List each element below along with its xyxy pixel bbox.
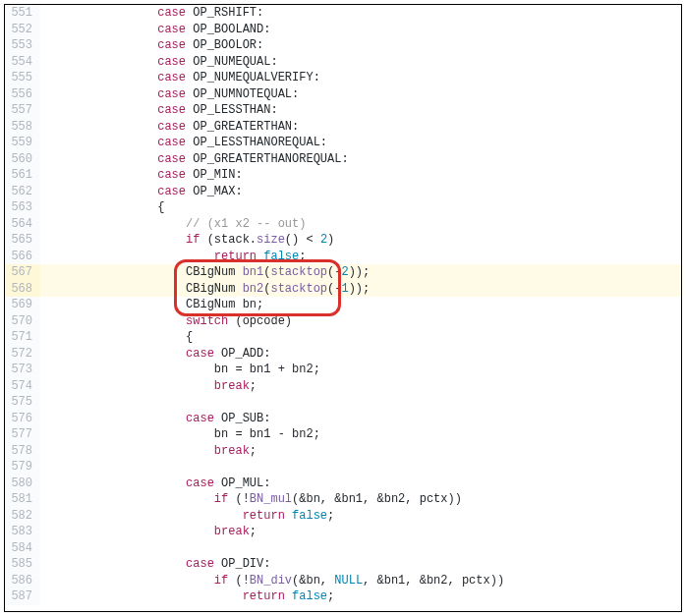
line-number: 575 — [5, 394, 40, 411]
code-line[interactable]: 581 if (!BN_mul(&bn, &bn1, &bn2, pctx)) — [5, 491, 681, 508]
line-number: 577 — [5, 426, 40, 443]
line-number: 581 — [5, 491, 40, 508]
code-content[interactable]: return false; — [40, 249, 681, 265]
code-line[interactable]: 575 — [5, 394, 681, 411]
line-number: 570 — [5, 313, 40, 330]
code-content[interactable]: case OP_GREATERTHANOREQUAL: — [40, 151, 681, 168]
code-content[interactable]: case OP_NUMEQUALVERIFY: — [40, 70, 681, 86]
code-content[interactable]: break; — [40, 524, 681, 540]
code-line[interactable]: 583 break; — [5, 524, 681, 540]
code-content[interactable]: CBigNum bn2(stacktop(-1)); — [40, 281, 681, 298]
code-content[interactable]: CBigNum bn1(stacktop(-2)); — [40, 264, 681, 281]
code-line[interactable]: 584 — [5, 540, 681, 557]
token-kw: case — [157, 71, 186, 84]
line-number: 574 — [5, 378, 40, 395]
token-kw: case — [186, 347, 214, 361]
code-line[interactable]: 585 case OP_DIV: — [5, 556, 681, 573]
code-line[interactable]: 558 case OP_GREATERTHAN: — [5, 119, 681, 136]
code-line[interactable]: 587 return false; — [5, 588, 681, 605]
code-content[interactable]: return false; — [40, 588, 681, 605]
code-content[interactable]: bn = bn1 - bn2; — [40, 426, 681, 443]
code-line[interactable]: 559 case OP_LESSTHANOREQUAL: — [5, 135, 681, 151]
code-content[interactable]: { — [40, 329, 681, 346]
code-line[interactable]: 566 return false; — [5, 249, 681, 265]
token-kw: case — [186, 476, 214, 490]
line-number: 587 — [5, 588, 40, 605]
line-number: 559 — [5, 135, 40, 151]
code-line[interactable]: 573 bn = bn1 + bn2; — [5, 362, 681, 378]
code-line[interactable]: 572 case OP_ADD: — [5, 346, 681, 363]
code-content[interactable]: case OP_NUMEQUAL: — [40, 54, 681, 71]
code-line[interactable]: 576 case OP_SUB: — [5, 411, 681, 427]
code-content[interactable]: return false; — [40, 508, 681, 525]
code-content[interactable]: switch (opcode) — [40, 313, 681, 330]
token-num: 2 — [341, 265, 348, 279]
line-number: 552 — [5, 22, 40, 38]
token-fn: BN_div — [250, 574, 292, 588]
code-content[interactable]: if (stack.size() < 2) — [40, 232, 681, 249]
line-number: 576 — [5, 411, 40, 427]
code-line[interactable]: 580 case OP_MUL: — [5, 476, 681, 492]
code-line[interactable]: 571 { — [5, 329, 681, 346]
code-line[interactable]: 579 — [5, 459, 681, 476]
code-line[interactable]: 569 CBigNum bn; — [5, 297, 681, 313]
code-content[interactable]: case OP_MIN: — [40, 167, 681, 184]
code-line[interactable]: 551 case OP_RSHIFT: — [5, 5, 681, 22]
code-viewer[interactable]: 551 case OP_RSHIFT:552 case OP_BOOLAND:5… — [4, 4, 682, 612]
line-number: 558 — [5, 119, 40, 136]
code-content[interactable]: case OP_LESSTHANOREQUAL: — [40, 135, 681, 151]
token-bool: false — [263, 250, 299, 263]
code-line[interactable]: 562 case OP_MAX: — [5, 184, 681, 200]
code-content[interactable]: case OP_BOOLOR: — [40, 37, 681, 54]
code-line[interactable]: 556 case OP_NUMNOTEQUAL: — [5, 86, 681, 103]
code-content[interactable]: break; — [40, 378, 681, 395]
code-content[interactable]: case OP_DIV: — [40, 556, 681, 573]
code-content[interactable]: case OP_BOOLAND: — [40, 22, 681, 38]
code-line[interactable]: 586 if (!BN_div(&bn, NULL, &bn1, &bn2, p… — [5, 573, 681, 589]
code-content[interactable]: if (!BN_mul(&bn, &bn1, &bn2, pctx)) — [40, 491, 681, 508]
code-line[interactable]: 582 return false; — [5, 508, 681, 525]
code-content[interactable]: if (!BN_div(&bn, NULL, &bn1, &bn2, pctx)… — [40, 573, 681, 589]
code-line[interactable]: 564 // (x1 x2 -- out) — [5, 216, 681, 233]
code-line[interactable]: 567 CBigNum bn1(stacktop(-2)); — [5, 264, 681, 281]
code-line[interactable]: 560 case OP_GREATERTHANOREQUAL: — [5, 151, 681, 168]
code-line[interactable]: 552 case OP_BOOLAND: — [5, 22, 681, 38]
line-number: 564 — [5, 216, 40, 233]
code-content[interactable]: CBigNum bn; — [40, 297, 681, 313]
line-number: 573 — [5, 362, 40, 378]
code-line[interactable]: 563 { — [5, 199, 681, 216]
code-line[interactable]: 557 case OP_LESSTHAN: — [5, 102, 681, 119]
code-content[interactable]: bn = bn1 + bn2; — [40, 362, 681, 378]
code-line[interactable]: 565 if (stack.size() < 2) — [5, 232, 681, 249]
code-content[interactable]: // (x1 x2 -- out) — [40, 216, 681, 233]
code-content[interactable]: case OP_SUB: — [40, 411, 681, 427]
code-content[interactable]: case OP_RSHIFT: — [40, 5, 681, 22]
code-line[interactable]: 555 case OP_NUMEQUALVERIFY: — [5, 70, 681, 86]
code-content[interactable]: case OP_ADD: — [40, 346, 681, 363]
code-line[interactable]: 554 case OP_NUMEQUAL: — [5, 54, 681, 71]
code-content[interactable]: case OP_NUMNOTEQUAL: — [40, 86, 681, 103]
token-kw: case — [157, 136, 186, 149]
code-content[interactable]: case OP_MAX: — [40, 184, 681, 200]
code-content[interactable]: case OP_GREATERTHAN: — [40, 119, 681, 136]
code-line[interactable]: 574 break; — [5, 378, 681, 395]
token-kw: case — [157, 103, 186, 117]
token-num: 1 — [341, 282, 348, 296]
line-number: 571 — [5, 329, 40, 346]
code-line[interactable]: 578 break; — [5, 443, 681, 460]
line-number: 584 — [5, 540, 40, 557]
code-content[interactable]: case OP_MUL: — [40, 476, 681, 492]
code-line[interactable]: 577 bn = bn1 - bn2; — [5, 426, 681, 443]
token-kw: case — [157, 6, 186, 20]
code-content[interactable]: { — [40, 199, 681, 216]
line-number: 561 — [5, 167, 40, 184]
token-fn: bn1 — [243, 265, 264, 279]
code-line[interactable]: 570 switch (opcode) — [5, 313, 681, 330]
token-fn: BN_mul — [250, 492, 292, 506]
code-line[interactable]: 568 CBigNum bn2(stacktop(-1)); — [5, 281, 681, 298]
code-line[interactable]: 553 case OP_BOOLOR: — [5, 37, 681, 54]
code-content[interactable]: break; — [40, 443, 681, 460]
line-number: 556 — [5, 86, 40, 103]
code-content[interactable]: case OP_LESSTHAN: — [40, 102, 681, 119]
code-line[interactable]: 561 case OP_MIN: — [5, 167, 681, 184]
